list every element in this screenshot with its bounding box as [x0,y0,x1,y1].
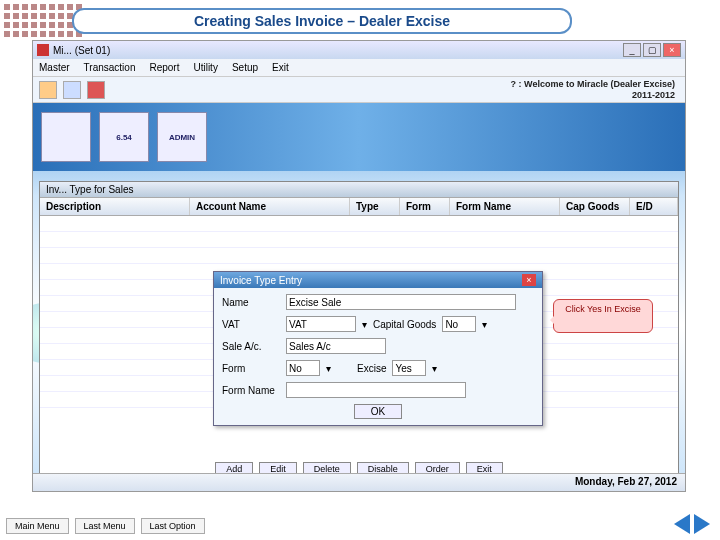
col-form-name: Form Name [450,198,560,215]
invoice-list-header: Description Account Name Type Form Form … [40,198,678,216]
label-form: Form [222,363,280,374]
col-form: Form [400,198,450,215]
menu-report[interactable]: Report [149,62,179,73]
col-cap-goods: Cap Goods [560,198,630,215]
banner: 6.54 ADMIN [33,103,685,171]
slide-footer-buttons: Main Menu Last Menu Last Option [6,518,205,534]
label-excise: Excise [357,363,386,374]
excise-field[interactable] [392,360,426,376]
col-type: Type [350,198,400,215]
edit-button[interactable]: Edit [259,462,297,473]
window-titlebar: Mi... (Set 01) _ ▢ × [33,41,685,59]
app-body: 6.54 ADMIN Inv... Type for Sales Descrip… [33,103,685,473]
sale-ac-field[interactable] [286,338,386,354]
last-option-button[interactable]: Last Option [141,518,205,534]
dropdown-icon[interactable]: ▾ [432,363,437,374]
capital-goods-field[interactable] [442,316,476,332]
col-ed: E/D [630,198,678,215]
minimize-button[interactable]: _ [623,43,641,57]
label-sale-ac: Sale A/c. [222,341,280,352]
main-menu-button[interactable]: Main Menu [6,518,69,534]
dialog-title-text: Invoice Type Entry [220,275,302,286]
invoice-type-entry-dialog: Invoice Type Entry × Name VAT ▾ Capital … [213,271,543,426]
slide-title-bar: Creating Sales Invoice – Dealer Excise [72,8,572,34]
app-window: Mi... (Set 01) _ ▢ × Master Transaction … [32,40,686,492]
add-button[interactable]: Add [215,462,253,473]
label-name: Name [222,297,280,308]
invoice-list-buttons: Add Edit Delete Disable Order Exit [40,462,678,473]
welcome-text: ? : Welcome to Miracle (Dealer Excise) 2… [511,79,679,101]
maximize-button[interactable]: ▢ [643,43,661,57]
window-title: Mi... (Set 01) [53,45,110,56]
form-name-field[interactable] [286,382,466,398]
hint-callout: Click Yes In Excise [553,299,653,333]
banner-tile-2: 6.54 [99,112,149,162]
exit-button[interactable]: Exit [466,462,503,473]
menu-setup[interactable]: Setup [232,62,258,73]
next-slide-arrow-icon[interactable] [694,514,710,534]
menu-transaction[interactable]: Transaction [84,62,136,73]
disable-button[interactable]: Disable [357,462,409,473]
toolbar-icon-2[interactable] [63,81,81,99]
table-row[interactable] [40,216,678,232]
banner-tile-1 [41,112,91,162]
toolbar: ? : Welcome to Miracle (Dealer Excise) 2… [33,77,685,103]
dialog-close-icon[interactable]: × [522,274,536,286]
form-field[interactable] [286,360,320,376]
delete-button[interactable]: Delete [303,462,351,473]
invoice-list-title: Inv... Type for Sales [40,182,678,198]
close-button[interactable]: × [663,43,681,57]
decorative-dots [4,4,82,37]
table-row[interactable] [40,248,678,264]
dropdown-icon[interactable]: ▾ [482,319,487,330]
ok-button[interactable]: OK [354,404,402,419]
order-button[interactable]: Order [415,462,460,473]
slide-title: Creating Sales Invoice – Dealer Excise [194,13,450,29]
prev-slide-arrow-icon[interactable] [674,514,690,534]
name-field[interactable] [286,294,516,310]
app-icon [37,44,49,56]
label-form-name: Form Name [222,385,280,396]
menu-utility[interactable]: Utility [193,62,217,73]
slide-nav-arrows [674,514,710,534]
dialog-titlebar: Invoice Type Entry × [214,272,542,288]
label-vat: VAT [222,319,280,330]
toolbar-icon-1[interactable] [39,81,57,99]
menu-exit[interactable]: Exit [272,62,289,73]
col-description: Description [40,198,190,215]
status-bar: Monday, Feb 27, 2012 [33,473,685,491]
label-capital-goods: Capital Goods [373,319,436,330]
last-menu-button[interactable]: Last Menu [75,518,135,534]
vat-field[interactable] [286,316,356,332]
banner-tile-3: ADMIN [157,112,207,162]
menu-bar: Master Transaction Report Utility Setup … [33,59,685,77]
toolbar-icon-3[interactable] [87,81,105,99]
col-account-name: Account Name [190,198,350,215]
hint-text: Click Yes In Excise [565,304,641,314]
status-date: Monday, Feb 27, 2012 [575,476,677,487]
menu-master[interactable]: Master [39,62,70,73]
table-row[interactable] [40,232,678,248]
dropdown-icon[interactable]: ▾ [326,363,331,374]
dropdown-icon[interactable]: ▾ [362,319,367,330]
